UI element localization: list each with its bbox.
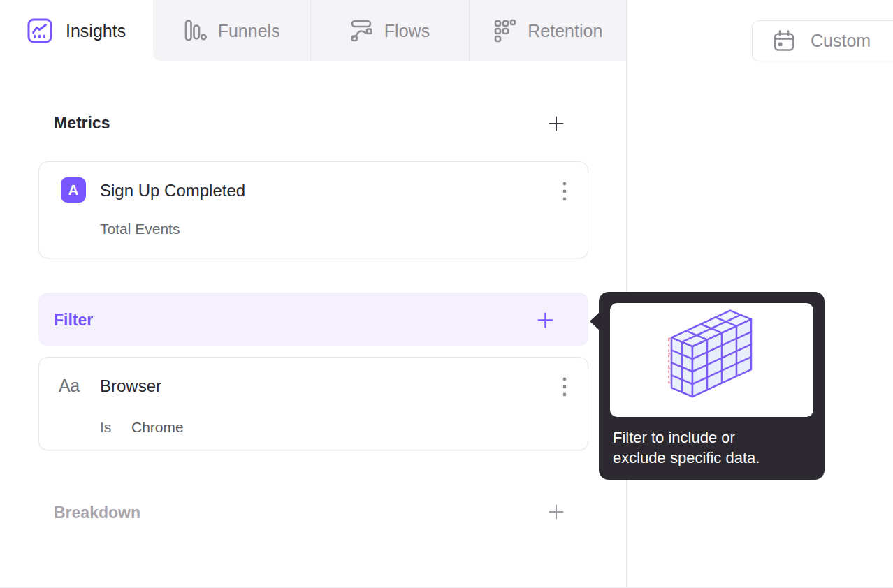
funnels-bars-icon bbox=[184, 19, 208, 43]
tab-insights-label: Insights bbox=[66, 21, 126, 41]
tab-funnels[interactable]: Funnels bbox=[153, 0, 310, 61]
tab-funnels-label: Funnels bbox=[218, 21, 280, 41]
flows-wave-icon bbox=[350, 19, 374, 43]
metrics-heading: Metrics bbox=[54, 114, 110, 133]
tab-flows-label: Flows bbox=[384, 21, 430, 41]
metric-card-sign-up-completed[interactable]: A Sign Up Completed Total Events bbox=[38, 161, 588, 258]
add-breakdown-button[interactable] bbox=[544, 500, 568, 524]
kebab-menu-icon bbox=[562, 181, 567, 202]
tab-retention-label: Retention bbox=[528, 21, 602, 41]
add-filter-button[interactable] bbox=[533, 308, 557, 332]
filter-options-kebab-button[interactable] bbox=[549, 372, 580, 402]
filter-value[interactable]: Chrome bbox=[131, 419, 184, 436]
filter-heading: Filter bbox=[54, 311, 93, 330]
tab-bar: Insights Funnels Flows bbox=[0, 0, 627, 61]
metric-aggregation-label[interactable]: Total Events bbox=[100, 221, 180, 237]
filter-help-tooltip: Filter to include or exclude specific da… bbox=[599, 292, 825, 480]
metric-options-kebab-button[interactable] bbox=[549, 176, 580, 207]
filter-property-title: Browser bbox=[100, 376, 161, 396]
kebab-menu-icon bbox=[562, 376, 567, 397]
metric-letter-badge: A bbox=[61, 177, 86, 203]
insights-chart-icon bbox=[27, 17, 53, 44]
filter-cube-illustration bbox=[610, 303, 813, 417]
tooltip-arrow bbox=[590, 312, 600, 330]
add-metric-button[interactable] bbox=[544, 112, 568, 135]
tab-flows[interactable]: Flows bbox=[310, 0, 468, 61]
tooltip-description: Filter to include or exclude specific da… bbox=[613, 427, 787, 468]
filter-card-browser[interactable]: Aa Browser Is Chrome bbox=[38, 357, 588, 450]
tab-retention[interactable]: Retention bbox=[469, 0, 627, 61]
inactive-tabs-group: Funnels Flows bbox=[153, 0, 627, 61]
breakdown-heading: Breakdown bbox=[54, 504, 140, 522]
retention-dots-icon bbox=[493, 19, 517, 43]
tab-insights[interactable]: Insights bbox=[0, 0, 153, 61]
date-range-label: Custom bbox=[811, 31, 871, 51]
calendar-icon bbox=[771, 29, 797, 54]
filter-section-row: Filter bbox=[38, 293, 588, 346]
filter-operator[interactable]: Is bbox=[100, 419, 111, 436]
string-property-type-icon: Aa bbox=[59, 376, 80, 396]
metric-title: Sign Up Completed bbox=[100, 181, 245, 200]
date-range-custom-button[interactable]: Custom bbox=[752, 20, 893, 61]
